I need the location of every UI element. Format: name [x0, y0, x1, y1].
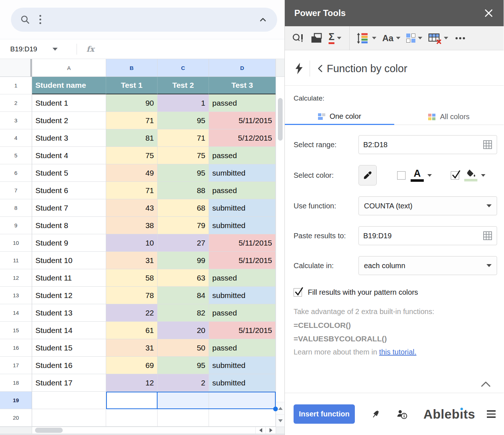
header-cell-test1[interactable]: Test 1 — [106, 77, 158, 94]
test2-cell[interactable]: 63 — [158, 269, 209, 287]
test1-cell[interactable]: 31 — [106, 339, 158, 357]
test2-cell[interactable]: 50 — [158, 339, 209, 357]
test2-cell[interactable]: 88 — [158, 182, 209, 199]
dropdown-caret-icon[interactable] — [372, 37, 376, 39]
test2-cell[interactable]: 71 — [158, 129, 209, 147]
cell-a20[interactable] — [32, 409, 106, 427]
test3-cell[interactable]: 5/12/2015 — [209, 129, 276, 147]
dropdown-caret-icon[interactable] — [481, 174, 485, 177]
student-name-cell[interactable]: Student 2 — [32, 112, 106, 129]
insert-function-button[interactable]: Insert function — [294, 404, 355, 424]
use-function-dropdown[interactable]: COUNTA (text) — [358, 196, 497, 215]
row-header[interactable]: 9 — [0, 217, 32, 234]
font-color-checkbox[interactable] — [397, 171, 406, 180]
fill-color-selector[interactable] — [464, 169, 477, 181]
test3-cell[interactable]: 5/11/2015 — [209, 322, 276, 339]
row-header[interactable]: 12 — [0, 269, 32, 287]
student-name-cell[interactable]: Student 13 — [32, 304, 106, 322]
student-name-cell[interactable]: Student 17 — [32, 374, 106, 392]
cell-a19[interactable] — [32, 392, 106, 409]
dropdown-caret-icon[interactable] — [337, 37, 341, 39]
cell-d20[interactable] — [209, 409, 276, 427]
test2-cell[interactable]: 99 — [158, 252, 209, 269]
search-icon[interactable] — [20, 15, 30, 24]
row-header[interactable]: 5 — [0, 147, 32, 164]
select-all-corner[interactable] — [0, 59, 32, 77]
row-header[interactable]: 13 — [0, 287, 32, 304]
cell-c19[interactable] — [158, 392, 209, 409]
test3-cell[interactable]: 5/11/2015 — [209, 252, 276, 269]
column-header-a[interactable]: A — [32, 59, 106, 77]
more-tools-icon[interactable] — [455, 37, 465, 39]
select-range-input[interactable]: B2:D18 — [358, 135, 497, 154]
test1-cell[interactable]: 71 — [106, 182, 158, 199]
search-bar[interactable] — [11, 8, 277, 32]
row-header[interactable]: 4 — [0, 129, 32, 147]
test3-cell[interactable]: 5/11/2015 — [209, 234, 276, 252]
vertical-scrollbar[interactable] — [276, 59, 284, 427]
more-options-icon[interactable] — [39, 15, 41, 24]
tab-all-colors[interactable]: All colors — [394, 109, 504, 125]
test2-cell[interactable]: 1 — [158, 94, 209, 112]
formulas-sigma-icon[interactable]: Σ — [329, 32, 341, 44]
cell-d19[interactable] — [209, 392, 276, 409]
name-box-arrow-icon[interactable] — [53, 48, 58, 51]
test1-cell[interactable]: 22 — [106, 304, 158, 322]
test2-cell[interactable]: 68 — [158, 199, 209, 217]
collapse-panel-icon[interactable] — [480, 380, 491, 388]
test1-cell[interactable]: 43 — [106, 199, 158, 217]
test3-cell[interactable]: passed — [209, 339, 276, 357]
student-name-cell[interactable]: Student 11 — [32, 269, 106, 287]
clear-table-icon[interactable] — [428, 32, 448, 44]
dropdown-caret-icon[interactable] — [444, 37, 448, 39]
student-name-cell[interactable]: Student 14 — [32, 322, 106, 339]
test1-cell[interactable]: 31 — [106, 252, 158, 269]
range-picker-icon[interactable] — [483, 231, 492, 240]
column-header-c[interactable]: C — [158, 59, 209, 77]
eyedropper-button[interactable] — [358, 165, 377, 185]
student-name-cell[interactable]: Student 12 — [32, 287, 106, 304]
test1-cell[interactable]: 58 — [106, 269, 158, 287]
row-header[interactable]: 11 — [0, 252, 32, 269]
dropdown-caret-icon[interactable] — [418, 37, 422, 39]
row-header[interactable]: 10 — [0, 234, 32, 252]
row-header[interactable]: 15 — [0, 322, 32, 339]
tutorial-link[interactable]: this tutorial. — [379, 348, 416, 356]
font-color-selector[interactable]: A — [411, 169, 424, 182]
row-header-20[interactable]: 20 — [0, 409, 32, 427]
student-name-cell[interactable]: Student 9 — [32, 234, 106, 252]
scroll-left-button[interactable] — [255, 427, 265, 434]
student-name-cell[interactable]: Student 15 — [32, 339, 106, 357]
hamburger-menu-icon[interactable] — [487, 410, 496, 418]
test2-cell[interactable]: 20 — [158, 322, 209, 339]
name-box-value[interactable]: B19:D19 — [10, 45, 37, 53]
test3-cell[interactable]: sumbitted — [209, 164, 276, 182]
test3-cell[interactable]: passed — [209, 304, 276, 322]
dropdown-caret-icon[interactable] — [427, 174, 432, 177]
cell-b19-active[interactable] — [106, 392, 158, 409]
test3-cell[interactable]: submitted — [209, 287, 276, 304]
row-header[interactable]: 18 — [0, 374, 32, 392]
student-name-cell[interactable]: Student 5 — [32, 164, 106, 182]
range-picker-icon[interactable] — [483, 140, 492, 149]
test2-cell[interactable]: 95 — [158, 112, 209, 129]
back-chevron-icon[interactable] — [316, 64, 325, 73]
chevron-up-icon[interactable] — [258, 15, 268, 24]
column-header-b[interactable]: B — [106, 59, 158, 77]
student-name-cell[interactable]: Student 8 — [32, 217, 106, 234]
cell-c20[interactable] — [158, 409, 209, 427]
student-name-cell[interactable]: Student 10 — [32, 252, 106, 269]
scroll-down-button[interactable] — [276, 414, 284, 427]
test3-cell[interactable]: passed — [209, 94, 276, 112]
test3-cell[interactable]: submitted — [209, 374, 276, 392]
header-cell-test2[interactable]: Test 2 — [158, 77, 209, 94]
fill-results-checkbox[interactable] — [294, 288, 302, 297]
test2-cell[interactable]: 27 — [158, 234, 209, 252]
test3-cell[interactable]: submitted — [209, 357, 276, 374]
row-header[interactable]: 14 — [0, 304, 32, 322]
test1-cell[interactable]: 10 — [106, 234, 158, 252]
test3-cell[interactable]: passed — [209, 182, 276, 199]
test2-cell[interactable]: 82 — [158, 304, 209, 322]
test2-cell[interactable]: 79 — [158, 217, 209, 234]
cell-b20[interactable] — [106, 409, 158, 427]
